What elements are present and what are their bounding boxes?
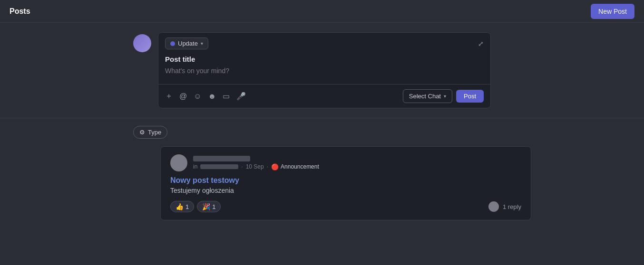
expand-icon[interactable]: ⤢ (478, 40, 484, 47)
post-meta: in · 10 Sep · 🔴 Announcement (193, 156, 319, 170)
emoji-icon[interactable]: ☻ (208, 92, 216, 101)
mention-icon[interactable]: @ (179, 92, 187, 101)
select-chat-label: Select Chat (409, 93, 441, 100)
section-divider (0, 118, 644, 118)
post-date-separator: · (241, 163, 243, 170)
compose-toolbar: ＋ @ ☺ ☻ ▭ 🎤 Select Chat ▾ Post (158, 84, 490, 108)
post-title[interactable]: Nowy post testowy (170, 176, 521, 185)
post-title-input[interactable]: Post title (158, 51, 490, 65)
reply-count: 1 reply (503, 203, 521, 210)
reply-avatar (488, 201, 499, 212)
update-dropdown-label: Update (178, 40, 198, 47)
audio-icon[interactable]: 🎤 (236, 92, 246, 101)
chevron-down-icon: ▾ (201, 41, 203, 46)
thumbsup-count: 1 (185, 203, 189, 210)
main-content: Update ▾ ⤢ Post title What's on your min… (0, 23, 644, 230)
select-chat-button[interactable]: Select Chat ▾ (403, 89, 452, 103)
post-body-placeholder: What's on your mind? (165, 67, 229, 75)
post-tag: 🔴 Announcement (271, 163, 319, 170)
thumbsup-emoji: 👍 (176, 203, 184, 210)
post-tag-label: Announcement (281, 163, 319, 170)
post-title-placeholder: Post title (165, 55, 195, 63)
add-attachment-icon[interactable]: ＋ (165, 91, 173, 101)
update-dot-icon (170, 41, 175, 46)
compose-box: Update ▾ ⤢ Post title What's on your min… (158, 32, 491, 108)
toolbar-right: Select Chat ▾ Post (403, 89, 484, 103)
post-submit-button[interactable]: Post (456, 90, 484, 103)
post-card: in · 10 Sep · 🔴 Announcement Nowy post t… (160, 146, 531, 220)
video-icon[interactable]: ▭ (223, 92, 230, 101)
post-date: 10 Sep (246, 163, 264, 170)
type-filter-label: Type (148, 129, 161, 136)
gif-icon[interactable]: ☺ (194, 92, 201, 101)
posts-list: in · 10 Sep · 🔴 Announcement Nowy post t… (0, 146, 644, 220)
post-body-input[interactable]: What's on your mind? (158, 65, 490, 84)
toolbar-left: ＋ @ ☺ ☻ ▭ 🎤 (165, 91, 246, 101)
post-footer: 👍 1 🎉 1 1 reply (170, 201, 521, 212)
post-channel-name-redacted (200, 164, 238, 169)
party-emoji: 🎉 (202, 203, 210, 210)
new-post-button[interactable]: New Post (591, 4, 634, 19)
party-count: 1 (212, 203, 215, 210)
post-header: in · 10 Sep · 🔴 Announcement (170, 154, 521, 171)
post-date-separator2: · (267, 163, 268, 170)
update-type-dropdown[interactable]: Update ▾ (165, 38, 208, 49)
filter-section: ⚙ Type (0, 126, 644, 139)
compose-top-bar: Update ▾ ⤢ (158, 33, 490, 51)
post-in-label: in (193, 163, 197, 170)
reply-section[interactable]: 1 reply (488, 201, 521, 212)
page-title: Posts (10, 7, 30, 16)
reaction-party[interactable]: 🎉 1 (197, 201, 221, 212)
announcement-icon: 🔴 (271, 163, 279, 170)
user-avatar-compose (133, 34, 151, 52)
reaction-thumbsup[interactable]: 👍 1 (170, 201, 194, 212)
app-header: Posts New Post (0, 0, 644, 23)
select-chat-chevron-icon: ▾ (444, 94, 446, 99)
post-reactions: 👍 1 🎉 1 (170, 201, 221, 212)
post-meta-row: in · 10 Sep · 🔴 Announcement (193, 163, 319, 170)
compose-section: Update ▾ ⤢ Post title What's on your min… (0, 32, 644, 108)
post-body: Testujemy ogłoszenia (170, 187, 521, 194)
filter-icon: ⚙ (139, 129, 145, 136)
post-author-avatar (170, 154, 187, 171)
type-filter-button[interactable]: ⚙ Type (133, 126, 167, 139)
post-author-name-redacted (193, 156, 250, 161)
